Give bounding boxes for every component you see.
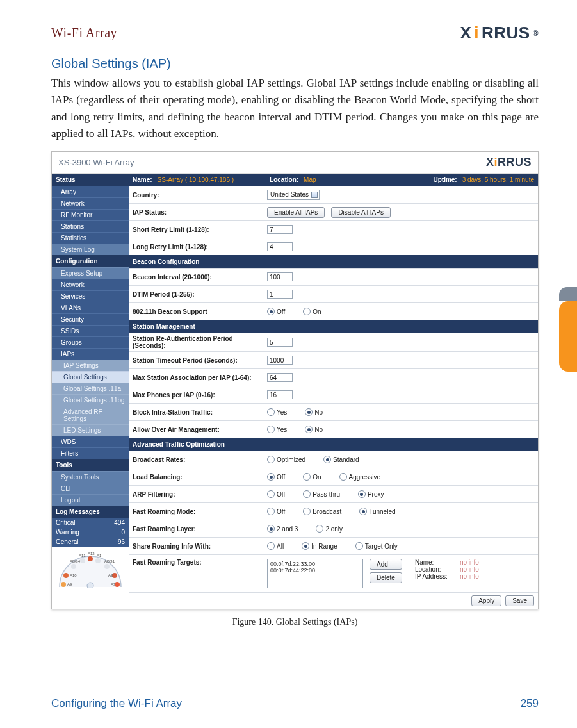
svg-text:A1: A1 [97, 554, 102, 558]
sidebar-item-cfg-vlans[interactable]: VLANs [52, 302, 129, 313]
maxphones-input[interactable]: 16 [267, 390, 293, 399]
section-station: Station Management [129, 320, 538, 333]
footer-page-number: 259 [521, 697, 539, 710]
radio-lb-on[interactable]: On [303, 473, 321, 481]
sidebar-item-systools[interactable]: System Tools [52, 471, 129, 483]
label-bcast-rates: Broadcast Rates: [133, 456, 267, 463]
sidebar-item-cfg-network[interactable]: Network [52, 279, 129, 290]
label-reauth: Station Re-Authentication Period (Second… [133, 335, 267, 349]
radio-bcast-std[interactable]: Standard [323, 456, 359, 463]
svg-point-7 [80, 558, 85, 563]
targets-listbox[interactable]: 00:0f:7d:22:33:00 00:0f:7d:44:22:00 [267, 559, 363, 588]
disable-all-iaps-button[interactable]: Disable All IAPs [331, 207, 391, 218]
sidebar-item-cfg-ssids[interactable]: SSIDs [52, 325, 129, 336]
radio-fr-off[interactable]: Off [267, 508, 285, 515]
svg-point-5 [71, 564, 76, 569]
page-header-title: Wi-Fi Array [51, 26, 117, 40]
footer-rule [51, 693, 539, 693]
radio-fr-tun[interactable]: Tunneled [359, 508, 395, 515]
svg-point-9 [88, 556, 93, 561]
radio-share-all[interactable]: All [267, 542, 284, 550]
add-target-button[interactable]: Add [370, 559, 402, 570]
radio-arp-off[interactable]: Off [267, 490, 285, 498]
label-dtim: DTIM Period (1-255): [133, 291, 267, 298]
sidebar-sub-iapsettings[interactable]: IAP Settings [52, 360, 129, 371]
label-short-retry: Short Retry Limit (1-128): [133, 226, 267, 233]
beacon-interval-input[interactable]: 100 [267, 272, 293, 281]
sidebar-head-status[interactable]: Status [52, 174, 129, 186]
target-info: Name:no info Location:no info IP Address… [415, 559, 479, 580]
radio-share-range[interactable]: In Range [302, 542, 337, 550]
sidebar-item-network[interactable]: Network [52, 197, 129, 209]
sidebar-sub-gs11bg[interactable]: Global Settings .11bg [52, 394, 129, 406]
sidebar-item-cfg-security[interactable]: Security [52, 313, 129, 325]
radio-11h-on[interactable]: On [303, 308, 321, 315]
long-retry-input[interactable]: 4 [267, 242, 293, 251]
main-panel: Name: SS-Array ( 10.100.47.186 ) Locatio… [129, 174, 538, 609]
radio-air-yes[interactable]: Yes [267, 426, 287, 433]
sidebar-item-wds[interactable]: WDS [52, 436, 129, 447]
log-row-critical[interactable]: Critical404 [52, 518, 129, 527]
timeout-input[interactable]: 1000 [267, 356, 293, 365]
brand-logo: XiRRUS® [460, 23, 539, 43]
radio-share-target[interactable]: Target Only [355, 542, 398, 550]
delete-target-button[interactable]: Delete [370, 572, 402, 583]
label-block-intra: Block Intra-Station Traffic: [133, 409, 267, 416]
sidebar-head-log[interactable]: Log Messages [52, 506, 129, 518]
radio-fr-bcast[interactable]: Broadcast [303, 508, 341, 515]
radio-arp-proxy[interactable]: Proxy [358, 490, 384, 498]
sidebar-sub-led[interactable]: LED Settings [52, 424, 129, 436]
sidebar-item-filters[interactable]: Filters [52, 447, 129, 459]
radio-11h-off[interactable]: Off [267, 308, 285, 315]
svg-text:A10: A10 [70, 574, 77, 577]
sidebar-head-config[interactable]: Configuration [52, 255, 129, 267]
sidebar-sub-gs11a[interactable]: Global Settings .11a [52, 383, 129, 394]
label-iap-status: IAP Status: [133, 209, 267, 216]
sidebar-sub-advrf[interactable]: Advanced RF Settings [52, 406, 129, 424]
sidebar-item-cfg-groups[interactable]: Groups [52, 336, 129, 348]
section-heading: Global Settings (IAP) [51, 56, 539, 71]
svg-point-0 [87, 583, 93, 588]
short-retry-input[interactable]: 7 [267, 225, 293, 234]
sidebar-item-stations[interactable]: Stations [52, 220, 129, 232]
reauth-input[interactable]: 5 [267, 338, 293, 347]
svg-text:A11: A11 [79, 554, 86, 558]
svg-point-3 [63, 573, 69, 578]
radio-lb-off[interactable]: Off [267, 473, 285, 481]
sidebar-sub-globalsettings[interactable]: Global Settings [52, 371, 129, 383]
maxsta-input[interactable]: 64 [267, 373, 293, 382]
label-timeout: Station Timeout Period (Seconds): [133, 357, 267, 364]
sidebar-item-statistics[interactable]: Statistics [52, 232, 129, 244]
enable-all-iaps-button[interactable]: Enable All IAPs [267, 207, 325, 218]
device-model-title: XS-3900 Wi-Fi Array [58, 158, 134, 167]
dtim-input[interactable]: 1 [267, 290, 293, 299]
radio-lb-aggr[interactable]: Aggressive [339, 473, 380, 481]
radio-block-yes[interactable]: Yes [267, 408, 287, 416]
label-beacon-int: Beacon Interval (20-1000): [133, 274, 267, 281]
status-header-bar: Name: SS-Array ( 10.100.47.186 ) Locatio… [129, 174, 538, 186]
sidebar-item-array[interactable]: Array [52, 186, 129, 197]
sidebar-head-tools[interactable]: Tools [52, 459, 129, 471]
log-row-general[interactable]: General96 [52, 537, 129, 547]
radio-bcast-opt[interactable]: Optimized [267, 456, 305, 463]
sidebar-item-cli[interactable]: CLI [52, 483, 129, 494]
sidebar-item-cfg-iaps[interactable]: IAPs [52, 348, 129, 360]
sidebar-item-express[interactable]: Express Setup [52, 267, 129, 279]
footer-section-title: Configuring the Wi-Fi Array [51, 697, 182, 710]
section-beacon: Beacon Configuration [129, 255, 538, 268]
sidebar-item-systemlog[interactable]: System Log [52, 244, 129, 255]
save-button[interactable]: Save [505, 595, 534, 606]
log-row-warning[interactable]: Warning0 [52, 527, 129, 537]
svg-text:A9: A9 [67, 583, 72, 586]
radio-layer-2[interactable]: 2 only [316, 525, 343, 533]
apply-button[interactable]: Apply [471, 595, 501, 606]
label-share: Share Roaming Info With: [133, 543, 267, 550]
radio-air-no[interactable]: No [305, 426, 323, 433]
sidebar-item-cfg-services[interactable]: Services [52, 290, 129, 302]
sidebar-item-logout[interactable]: Logout [52, 494, 129, 506]
radio-block-no[interactable]: No [305, 408, 323, 416]
select-country[interactable]: United States [267, 190, 320, 200]
sidebar-item-rfmonitor[interactable]: RF Monitor [52, 209, 129, 220]
radio-layer-23[interactable]: 2 and 3 [267, 525, 298, 533]
radio-arp-pass[interactable]: Pass-thru [303, 490, 340, 498]
